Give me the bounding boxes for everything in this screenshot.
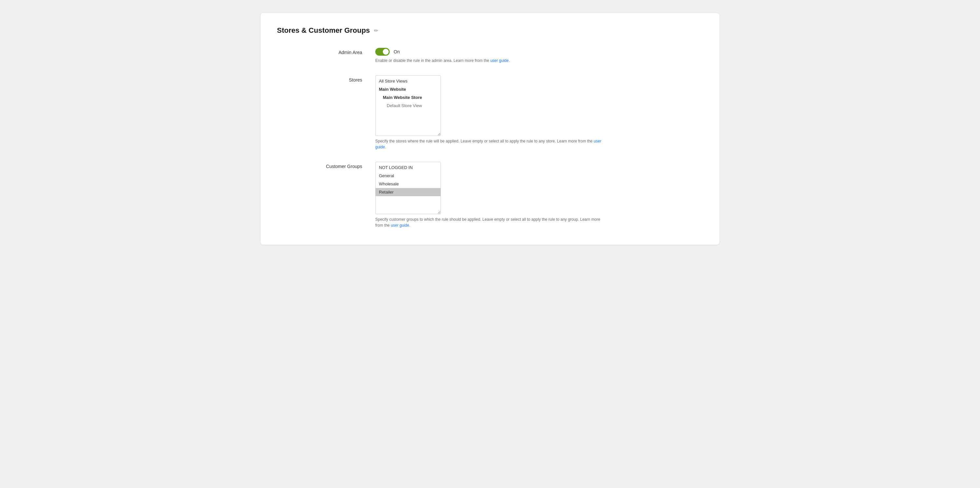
stores-option-main-website[interactable]: Main Website (375, 85, 441, 93)
toggle-slider (375, 48, 390, 55)
customer-group-retailer[interactable]: Retailer (375, 188, 441, 196)
customer-groups-select[interactable]: NOT LOGGED IN General Wholesale Retailer (375, 162, 441, 214)
stores-option-default-store-view[interactable]: Default Store View (375, 101, 441, 110)
customer-groups-label: Customer Groups (310, 162, 362, 169)
card-title: Stores & Customer Groups (277, 26, 370, 35)
admin-area-row: Admin Area On Enable or disable the rule… (310, 48, 703, 63)
customer-groups-user-guide-link[interactable]: user guide (391, 223, 409, 228)
admin-area-user-guide-link[interactable]: user guide (490, 58, 509, 63)
customer-group-wholesale[interactable]: Wholesale (375, 180, 441, 188)
form-section: Admin Area On Enable or disable the rule… (310, 48, 703, 228)
admin-area-help: Enable or disable the rule in the admin … (375, 58, 605, 63)
admin-area-label: Admin Area (310, 48, 362, 55)
toggle-row: On (375, 48, 605, 55)
customer-groups-help: Specify customer groups to which the rul… (375, 217, 605, 228)
customer-groups-control: NOT LOGGED IN General Wholesale Retailer… (375, 162, 605, 228)
stores-label: Stores (310, 75, 362, 82)
edit-icon[interactable]: ✏ (374, 27, 378, 34)
stores-control: All Store Views Main Website Main Websit… (375, 75, 605, 150)
stores-customer-groups-card: Stores & Customer Groups ✏ Admin Area On… (261, 13, 719, 245)
card-header: Stores & Customer Groups ✏ (277, 26, 703, 35)
customer-group-general[interactable]: General (375, 172, 441, 180)
admin-area-toggle[interactable] (375, 48, 390, 55)
stores-select[interactable]: All Store Views Main Website Main Websit… (375, 75, 441, 136)
customer-groups-row: Customer Groups NOT LOGGED IN General Wh… (310, 162, 703, 228)
stores-help: Specify the stores where the rule will b… (375, 138, 605, 150)
customer-group-not-logged-in[interactable]: NOT LOGGED IN (375, 163, 441, 172)
admin-area-control: On Enable or disable the rule in the adm… (375, 48, 605, 63)
stores-option-all[interactable]: All Store Views (375, 77, 441, 85)
stores-row: Stores All Store Views Main Website Main… (310, 75, 703, 150)
stores-option-main-website-store[interactable]: Main Website Store (375, 93, 441, 101)
toggle-text: On (394, 49, 400, 54)
